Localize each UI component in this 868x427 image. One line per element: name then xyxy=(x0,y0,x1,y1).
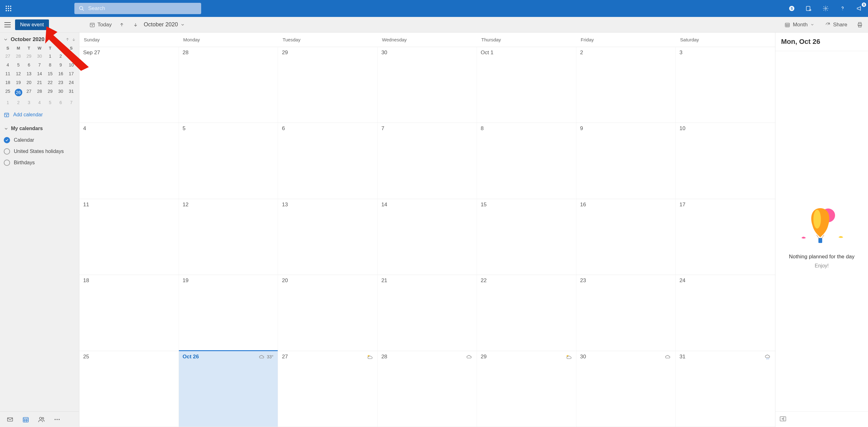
calendar-day[interactable]: 18 xyxy=(80,275,179,351)
calendar-day[interactable]: 29 xyxy=(477,351,577,427)
calendar-day[interactable]: Sep 27 xyxy=(80,47,179,123)
calendar-day[interactable]: 7 xyxy=(377,123,477,198)
mini-day[interactable]: 26 xyxy=(13,87,24,98)
mini-day[interactable]: 14 xyxy=(34,69,45,78)
calendar-day[interactable]: Oct 1 xyxy=(477,47,577,123)
today-button[interactable]: Today xyxy=(86,17,115,32)
mini-day[interactable]: 22 xyxy=(45,78,56,87)
mini-day[interactable]: 2 xyxy=(13,98,24,107)
calendar-checkbox[interactable] xyxy=(4,160,10,166)
calendar-day[interactable]: 4 xyxy=(80,123,179,198)
calendar-day[interactable]: 5 xyxy=(179,123,278,198)
mini-day[interactable]: 29 xyxy=(45,87,56,98)
mini-day[interactable]: 28 xyxy=(13,52,24,61)
open-side-panel-button[interactable] xyxy=(780,416,786,423)
mini-day[interactable]: 30 xyxy=(56,87,66,98)
calendar-day[interactable]: 9 xyxy=(577,123,676,198)
month-picker[interactable]: October 2020 xyxy=(143,21,186,28)
view-switcher[interactable]: Month xyxy=(781,17,817,32)
mini-day[interactable]: 25 xyxy=(2,87,13,98)
calendar-day[interactable]: 30 xyxy=(577,351,676,427)
calendar-list-item[interactable]: Birthdays xyxy=(0,157,79,168)
calendar-day[interactable]: 15 xyxy=(477,199,577,275)
mini-day[interactable]: 17 xyxy=(66,69,76,78)
mail-module-button[interactable] xyxy=(3,413,17,426)
search-box[interactable] xyxy=(74,3,201,14)
mini-day[interactable]: 4 xyxy=(34,98,45,107)
calendar-day[interactable]: 14 xyxy=(377,199,477,275)
mini-day[interactable]: 1 xyxy=(2,98,13,107)
skype-button[interactable]: S xyxy=(783,0,800,17)
add-calendar-button[interactable]: Add calendar xyxy=(0,107,79,123)
calendar-day[interactable]: 31 xyxy=(676,351,775,427)
calendar-day[interactable]: 28 xyxy=(179,47,278,123)
mini-day[interactable]: 3 xyxy=(66,52,76,61)
calendar-day[interactable]: 27 xyxy=(278,351,377,427)
mini-day[interactable]: 4 xyxy=(2,61,13,69)
people-module-button[interactable] xyxy=(34,413,48,426)
notes-button[interactable] xyxy=(800,0,817,17)
calendar-list-item[interactable]: Calendar xyxy=(0,134,79,146)
mini-day[interactable]: 24 xyxy=(66,78,76,87)
more-modules-button[interactable] xyxy=(50,413,64,426)
calendar-day[interactable]: 17 xyxy=(676,199,775,275)
calendar-day[interactable]: 2 xyxy=(577,47,676,123)
mini-day[interactable]: 5 xyxy=(13,61,24,69)
mini-day[interactable]: 16 xyxy=(56,69,66,78)
print-button[interactable] xyxy=(855,17,865,32)
calendar-day[interactable]: 10 xyxy=(676,123,775,198)
calendar-day[interactable]: 12 xyxy=(179,199,278,275)
mini-day[interactable]: 3 xyxy=(24,98,34,107)
mini-day[interactable]: 1 xyxy=(45,52,56,61)
search-input[interactable] xyxy=(88,5,197,11)
calendar-day[interactable]: 3 xyxy=(676,47,775,123)
calendar-day[interactable]: 6 xyxy=(278,123,377,198)
calendar-day[interactable]: 20 xyxy=(278,275,377,351)
calendar-day[interactable]: 8 xyxy=(477,123,577,198)
calendar-day[interactable]: 23 xyxy=(577,275,676,351)
mini-day[interactable]: 28 xyxy=(34,87,45,98)
mini-day[interactable]: 29 xyxy=(24,52,34,61)
mini-day[interactable]: 2 xyxy=(56,52,66,61)
mini-day[interactable]: 12 xyxy=(13,69,24,78)
hamburger-button[interactable] xyxy=(0,22,15,27)
mini-day[interactable]: 9 xyxy=(56,61,66,69)
mini-day[interactable]: 11 xyxy=(2,69,13,78)
share-button[interactable]: Share xyxy=(822,17,850,32)
calendar-day[interactable]: 19 xyxy=(179,275,278,351)
mini-day[interactable]: 10 xyxy=(66,61,76,69)
mini-day[interactable]: 15 xyxy=(45,69,56,78)
mini-day[interactable]: 23 xyxy=(56,78,66,87)
mini-day[interactable]: 8 xyxy=(45,61,56,69)
calendar-list-item[interactable]: United States holidays xyxy=(0,146,79,157)
mini-day[interactable]: 7 xyxy=(34,61,45,69)
calendar-day[interactable]: 25 xyxy=(80,351,179,427)
calendar-day[interactable]: 30 xyxy=(377,47,477,123)
mini-next-icon[interactable] xyxy=(71,37,76,42)
chevron-down-icon[interactable] xyxy=(3,37,8,42)
calendar-day[interactable]: 13 xyxy=(278,199,377,275)
next-month-button[interactable] xyxy=(129,17,143,32)
calendar-checkbox[interactable] xyxy=(4,137,10,143)
settings-button[interactable] xyxy=(817,0,834,17)
mini-day[interactable]: 5 xyxy=(45,98,56,107)
mini-day[interactable]: 30 xyxy=(34,52,45,61)
mini-day[interactable]: 31 xyxy=(66,87,76,98)
calendar-day[interactable]: 24 xyxy=(676,275,775,351)
mini-day[interactable]: 27 xyxy=(24,87,34,98)
mini-day[interactable]: 18 xyxy=(2,78,13,87)
calendar-module-button[interactable] xyxy=(19,413,33,426)
calendar-checkbox[interactable] xyxy=(4,148,10,155)
calendar-day[interactable]: 16 xyxy=(577,199,676,275)
mini-day[interactable]: 19 xyxy=(13,78,24,87)
mini-day[interactable]: 21 xyxy=(34,78,45,87)
mini-prev-icon[interactable] xyxy=(65,37,70,42)
help-button[interactable] xyxy=(834,0,851,17)
calendar-day[interactable]: 29 xyxy=(278,47,377,123)
prev-month-button[interactable] xyxy=(115,17,129,32)
calendar-day[interactable]: 21 xyxy=(377,275,477,351)
mini-day[interactable]: 27 xyxy=(2,52,13,61)
calendar-day[interactable]: 28 xyxy=(377,351,477,427)
calendar-day[interactable]: Oct 2633° xyxy=(179,351,278,427)
new-event-button[interactable]: New event xyxy=(15,20,49,30)
